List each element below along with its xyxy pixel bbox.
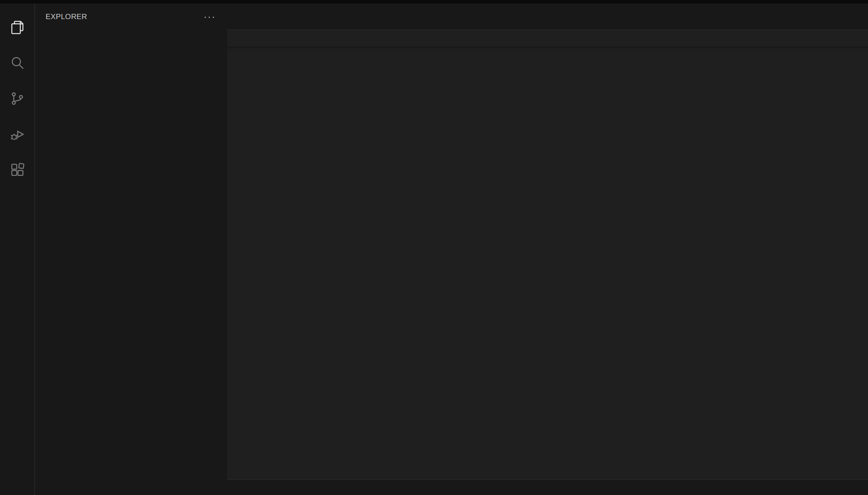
activity-bar [0, 3, 35, 495]
editor-region [227, 3, 868, 495]
search-activity-icon[interactable] [0, 45, 35, 81]
vscode-window: EXPLORER ··· [0, 0, 868, 495]
explorer-title: EXPLORER [46, 13, 87, 21]
explorer-activity-icon[interactable] [0, 10, 35, 45]
extensions-activity-icon[interactable] [0, 152, 35, 188]
run-debug-activity-icon[interactable] [0, 116, 35, 152]
source-control-activity-icon[interactable] [0, 81, 35, 116]
breadcrumb[interactable] [227, 30, 868, 47]
explorer-header: EXPLORER ··· [35, 3, 227, 30]
code-area[interactable] [227, 47, 868, 483]
sticky-scroll [227, 47, 868, 47]
editor-tab-bar [227, 3, 868, 30]
explorer-sidebar: EXPLORER ··· [35, 3, 227, 495]
bottom-panel-tabs [227, 479, 868, 495]
explorer-more-actions-icon[interactable]: ··· [204, 15, 216, 19]
